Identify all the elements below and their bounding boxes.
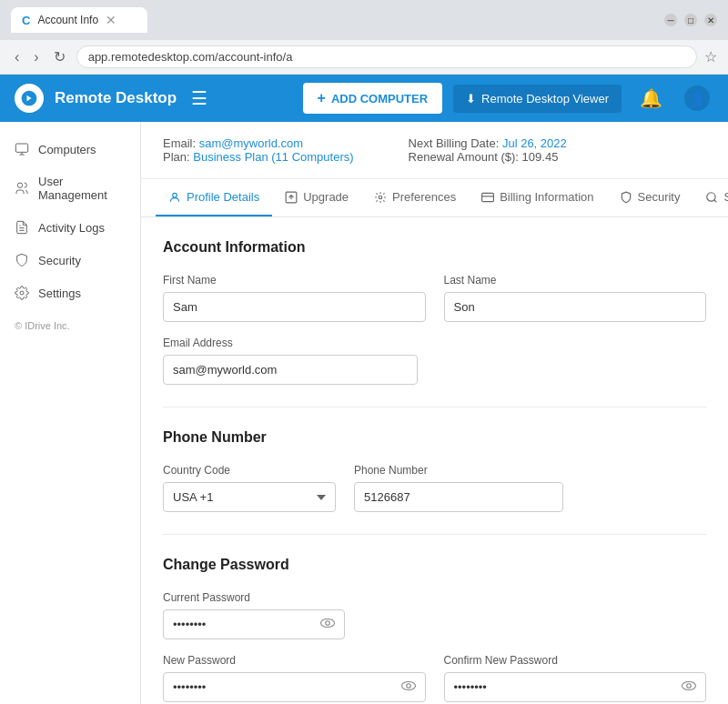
confirm-password-wrapper xyxy=(444,672,707,702)
tab-security-label: Security xyxy=(638,190,681,204)
sso-icon xyxy=(705,191,718,204)
new-password-wrapper xyxy=(163,672,426,702)
tab-security-icon xyxy=(620,191,632,204)
tab-upgrade[interactable]: Upgrade xyxy=(272,179,361,216)
minimize-button[interactable]: ─ xyxy=(664,14,677,26)
viewer-button[interactable]: ⬇ Remote Desktop Viewer xyxy=(453,85,622,113)
eye-icon-confirm xyxy=(681,678,697,694)
confirm-password-input[interactable] xyxy=(444,672,707,702)
tab-close-button[interactable]: ✕ xyxy=(106,13,116,27)
renewal-value: 109.45 xyxy=(522,150,559,164)
security-icon xyxy=(15,253,29,267)
sidebar-computers-label: Computers xyxy=(38,143,96,156)
close-button[interactable]: ✕ xyxy=(704,14,717,26)
divider-1 xyxy=(163,407,706,407)
account-info-title: Account Information xyxy=(163,239,706,256)
svg-rect-0 xyxy=(15,144,27,152)
first-name-input[interactable] xyxy=(163,292,426,322)
tab-security[interactable]: Security xyxy=(607,179,693,216)
back-button[interactable]: ‹ xyxy=(11,47,23,67)
user-menu-button[interactable]: 👤 xyxy=(681,82,713,115)
tab-preferences-label: Preferences xyxy=(392,190,456,204)
tab-billing[interactable]: Billing Information xyxy=(469,179,606,216)
phone-input[interactable] xyxy=(354,482,563,512)
tab-title: Account Info xyxy=(37,14,98,26)
plan-link[interactable]: Business Plan (11 Computers) xyxy=(193,150,353,164)
logo-text: Remote Desktop xyxy=(55,89,177,107)
svg-point-6 xyxy=(173,193,177,197)
sidebar-item-activity-logs[interactable]: Activity Logs xyxy=(0,211,140,244)
email-input[interactable] xyxy=(163,355,418,385)
email-info: Email: sam@myworld.com Plan: Business Pl… xyxy=(163,136,354,164)
toggle-current-password-button[interactable] xyxy=(319,615,336,635)
sidebar-user-management-label: User Management xyxy=(38,175,126,202)
new-password-group: New Password xyxy=(163,654,426,702)
tab-profile-details[interactable]: Profile Details xyxy=(156,179,272,216)
browser-addressbar: ‹ › ↻ app.remotedesktop.com/account-info… xyxy=(0,40,728,74)
maximize-button[interactable]: □ xyxy=(684,14,697,26)
reload-button[interactable]: ↻ xyxy=(50,46,69,67)
tab-preferences[interactable]: Preferences xyxy=(361,179,469,216)
country-code-select[interactable]: USA +1 xyxy=(163,482,336,512)
renewal-label: Renewal Amount ($): xyxy=(409,150,519,164)
browser-titlebar: C Account Info ✕ ─ □ ✕ xyxy=(0,0,728,40)
tab-billing-label: Billing Information xyxy=(500,190,593,204)
billing-date-value: Jul 26, 2022 xyxy=(502,136,567,150)
new-password-input[interactable] xyxy=(163,672,426,702)
email-address-label: Email Address xyxy=(163,337,418,349)
tab-sso-label: Single Sign-On xyxy=(723,190,728,204)
logo-icon xyxy=(15,84,44,113)
svg-rect-10 xyxy=(482,193,494,201)
settings-icon xyxy=(15,286,29,300)
sidebar-item-security[interactable]: Security xyxy=(0,244,140,277)
toggle-confirm-password-button[interactable] xyxy=(681,678,697,698)
svg-point-5 xyxy=(20,291,24,295)
forward-button[interactable]: › xyxy=(30,47,42,67)
svg-point-12 xyxy=(707,192,715,200)
current-password-wrapper xyxy=(163,609,345,639)
app-container: Remote Desktop ☰ ADD COMPUTER ⬇ Remote D… xyxy=(0,75,728,704)
email-link[interactable]: sam@myworld.com xyxy=(199,136,303,150)
phone-number-group: Phone Number xyxy=(354,464,563,512)
viewer-label: Remote Desktop Viewer xyxy=(481,92,609,106)
footer-text: © IDrive Inc. xyxy=(15,320,70,331)
sidebar-item-computers[interactable]: Computers xyxy=(0,133,140,166)
tab-profile-label: Profile Details xyxy=(187,190,259,204)
upgrade-icon xyxy=(285,191,298,204)
top-nav: Remote Desktop ☰ ADD COMPUTER ⬇ Remote D… xyxy=(0,75,728,122)
toggle-new-password-button[interactable] xyxy=(400,678,417,698)
svg-point-19 xyxy=(687,683,692,688)
current-password-input[interactable] xyxy=(163,609,345,639)
phone-title: Phone Number xyxy=(163,429,706,446)
new-password-label: New Password xyxy=(163,654,426,667)
profile-icon xyxy=(168,191,181,204)
sidebar-item-settings[interactable]: Settings xyxy=(0,277,140,309)
tab-sso[interactable]: Single Sign-On xyxy=(693,179,728,216)
browser-chrome: C Account Info ✕ ─ □ ✕ ‹ › ↻ app.remoted… xyxy=(0,0,728,75)
bookmark-icon[interactable]: ☆ xyxy=(704,48,717,65)
hamburger-button[interactable]: ☰ xyxy=(187,84,211,113)
name-row: First Name Last Name xyxy=(163,274,706,322)
billing-date-label: Next Billing Date: xyxy=(409,136,500,150)
address-text: app.remotedesktop.com/account-info/a xyxy=(88,50,293,64)
account-header: Email: sam@myworld.com Plan: Business Pl… xyxy=(141,122,728,179)
tabs: Profile Details Upgrade Preferences Bill… xyxy=(141,179,728,217)
phone-number-label: Phone Number xyxy=(354,464,563,477)
current-password-group: Current Password xyxy=(163,591,345,639)
email-group: Email Address xyxy=(163,337,418,385)
svg-point-18 xyxy=(682,681,696,689)
sidebar: Computers User Management Activity Logs … xyxy=(0,122,141,704)
svg-point-9 xyxy=(379,196,382,199)
billing-icon xyxy=(481,191,494,204)
sidebar-footer: © IDrive Inc. xyxy=(0,309,140,342)
last-name-input[interactable] xyxy=(444,292,707,322)
address-bar[interactable]: app.remotedesktop.com/account-info/a xyxy=(76,45,697,68)
first-name-group: First Name xyxy=(163,274,426,322)
browser-tab[interactable]: C Account Info ✕ xyxy=(11,7,147,33)
form-content: Account Information First Name Last Name… xyxy=(141,217,728,704)
country-code-group: Country Code USA +1 xyxy=(163,464,336,512)
sidebar-item-user-management[interactable]: User Management xyxy=(0,166,140,211)
new-passwords-row: New Password Confirm New Password xyxy=(163,654,706,702)
notifications-button[interactable]: 🔔 xyxy=(632,84,670,113)
add-computer-button[interactable]: ADD COMPUTER xyxy=(303,83,443,114)
